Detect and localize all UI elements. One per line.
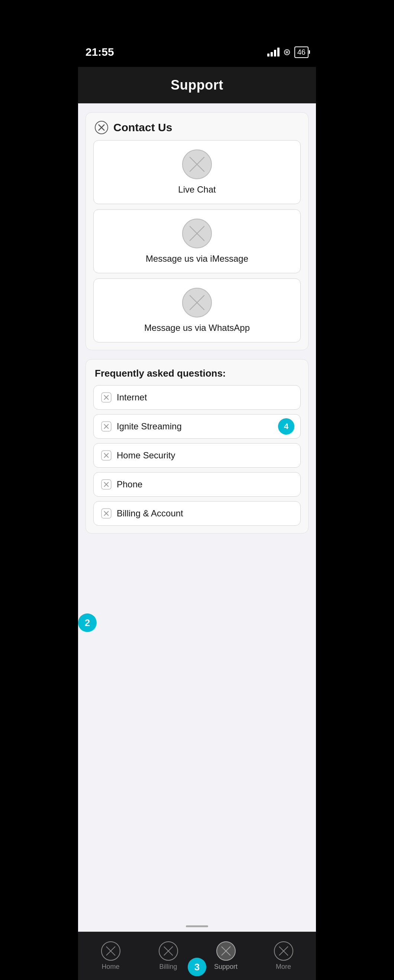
floating-badge-bottom: 3	[188, 958, 206, 976]
scroll-indicator-container	[78, 921, 316, 932]
faq-title: Frequently asked questions:	[86, 360, 308, 385]
live-chat-label: Live Chat	[178, 185, 216, 195]
icon-border-3	[182, 288, 212, 318]
home-nav-icon	[101, 941, 121, 961]
status-bar: 21:55 ⊛ 46	[78, 41, 316, 63]
page-wrapper: 21:55 ⊛ 46 Support	[78, 0, 316, 980]
content-area: Contact Us Live Chat Message us via iMes…	[78, 103, 316, 921]
more-nav-icon	[274, 941, 293, 961]
faq-card: Frequently asked questions: Internet	[86, 359, 308, 533]
floating-badge-left: 2	[78, 613, 97, 632]
nav-item-more[interactable]: More	[254, 941, 312, 971]
faq-label-billing: Billing & Account	[117, 508, 183, 519]
contact-us-title: Contact Us	[113, 121, 172, 134]
icon-border	[182, 150, 212, 179]
live-chat-icon	[182, 150, 212, 179]
signal-bar-3	[274, 50, 276, 57]
contact-us-header: Contact Us	[86, 113, 308, 140]
wifi-icon: ⊛	[283, 47, 291, 57]
battery-icon: 46	[294, 46, 308, 58]
icon-border-2	[182, 219, 212, 248]
contact-options-list: Live Chat Message us via iMessage Messag…	[86, 140, 308, 350]
billing-nav-icon	[159, 941, 178, 961]
faq-label-home-security: Home Security	[117, 450, 175, 461]
whatsapp-label: Message us via WhatsApp	[144, 323, 250, 333]
support-nav-label: Support	[214, 963, 238, 971]
faq-icon-internet	[101, 392, 111, 402]
home-nav-label: Home	[102, 963, 119, 971]
faq-icon-ignite	[101, 421, 111, 432]
faq-item-home-security[interactable]: Home Security	[93, 443, 301, 468]
faq-item-ignite[interactable]: Ignite Streaming 4	[93, 414, 301, 439]
faq-icon-home-security	[101, 450, 111, 461]
contact-us-card: Contact Us Live Chat Message us via iMes…	[86, 112, 308, 350]
more-icon-circle	[274, 941, 293, 961]
status-icons: ⊛ 46	[267, 46, 308, 58]
whatsapp-icon	[182, 288, 212, 318]
scroll-indicator	[186, 925, 208, 927]
whatsapp-button[interactable]: Message us via WhatsApp	[93, 278, 301, 342]
signal-bar-2	[271, 52, 273, 57]
top-bar: 21:55 ⊛ 46	[78, 0, 316, 67]
live-chat-button[interactable]: Live Chat	[93, 140, 301, 204]
page-header: Support	[78, 67, 316, 103]
ignite-badge: 4	[278, 418, 294, 434]
signal-bars-icon	[267, 48, 280, 57]
imessage-icon	[182, 219, 212, 248]
billing-nav-label: Billing	[159, 963, 177, 971]
signal-bar-4	[277, 48, 280, 57]
status-time: 21:55	[86, 46, 114, 58]
more-nav-label: More	[276, 963, 291, 971]
faq-label-ignite: Ignite Streaming	[117, 421, 182, 432]
billing-icon-circle	[159, 941, 178, 961]
faq-icon-billing	[101, 508, 111, 519]
faq-label-phone: Phone	[117, 479, 142, 490]
faq-item-phone[interactable]: Phone	[93, 472, 301, 497]
contact-us-icon	[95, 121, 108, 134]
faq-item-billing[interactable]: Billing & Account	[93, 501, 301, 526]
content-spacer	[86, 542, 308, 912]
imessage-button[interactable]: Message us via iMessage	[93, 209, 301, 273]
page-title: Support	[171, 77, 223, 93]
faq-icon-phone	[101, 479, 111, 490]
faq-label-internet: Internet	[117, 392, 147, 402]
imessage-label: Message us via iMessage	[146, 253, 248, 264]
nav-item-home[interactable]: Home	[82, 941, 140, 971]
faq-items-list: Internet Ignite Streaming 4	[86, 385, 308, 533]
signal-bar-1	[267, 54, 270, 57]
support-nav-icon	[216, 941, 236, 961]
home-icon-circle	[101, 941, 121, 961]
support-icon-circle	[216, 941, 236, 961]
faq-item-internet[interactable]: Internet	[93, 385, 301, 410]
